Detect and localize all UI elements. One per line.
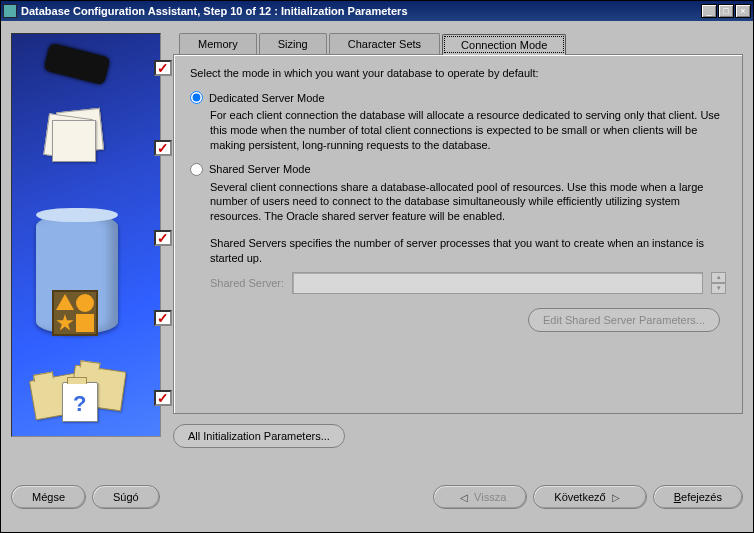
help-button[interactable]: Súgó xyxy=(92,485,160,509)
step-check-5 xyxy=(154,390,172,406)
dedicated-mode-option: Dedicated Server Mode For each client co… xyxy=(190,91,726,153)
all-params-row: All Initialization Parameters... xyxy=(173,424,743,448)
back-button[interactable]: ◁Vissza xyxy=(433,485,527,509)
spinner-up: ▴ xyxy=(711,272,726,283)
shared-desc: Several client connections share a datab… xyxy=(210,180,726,225)
shared-radio[interactable] xyxy=(190,163,203,176)
shared-label[interactable]: Shared Server Mode xyxy=(209,163,311,175)
maximize-button[interactable]: □ xyxy=(718,4,734,18)
step-check-3 xyxy=(154,230,172,246)
chevron-right-icon: ▷ xyxy=(612,492,620,503)
tab-bar: Memory Sizing Character Sets Connection … xyxy=(179,33,743,54)
close-button[interactable]: × xyxy=(735,4,751,18)
tab-connection-mode[interactable]: Connection Mode xyxy=(442,34,566,55)
shared-server-row: Shared Server: ▴ ▾ xyxy=(210,272,726,294)
chip-icon xyxy=(44,43,111,85)
step-check-1 xyxy=(154,60,172,76)
wizard-footer: Mégse Súgó ◁Vissza Következő▷ Befejezés xyxy=(1,479,753,519)
cancel-button[interactable]: Mégse xyxy=(11,485,86,509)
shared-server-input xyxy=(292,272,703,294)
content-area: Memory Sizing Character Sets Connection … xyxy=(1,21,753,479)
shared-mode-option: Shared Server Mode Several client connec… xyxy=(190,163,726,332)
next-button[interactable]: Következő▷ xyxy=(533,485,646,509)
edit-shared-params-button: Edit Shared Server Parameters... xyxy=(528,308,720,332)
window-controls: _ □ × xyxy=(701,4,751,18)
finish-button[interactable]: Befejezés xyxy=(653,485,743,509)
tab-panel: Select the mode in which you want your d… xyxy=(173,54,743,414)
window: Database Configuration Assistant, Step 1… xyxy=(0,0,754,533)
folders-icon xyxy=(32,364,128,428)
wizard-sidebar xyxy=(11,33,161,437)
step-check-4 xyxy=(154,310,172,326)
all-init-params-button[interactable]: All Initialization Parameters... xyxy=(173,424,345,448)
tab-sizing[interactable]: Sizing xyxy=(259,33,327,54)
tab-memory[interactable]: Memory xyxy=(179,33,257,54)
main-panel: Memory Sizing Character Sets Connection … xyxy=(173,33,743,479)
shared-server-spinner: ▴ ▾ xyxy=(711,272,726,294)
shapes-icon xyxy=(52,290,98,336)
dedicated-radio[interactable] xyxy=(190,91,203,104)
chevron-left-icon: ◁ xyxy=(460,492,468,503)
app-icon xyxy=(3,4,17,18)
papers-icon xyxy=(42,110,110,158)
step-check-2 xyxy=(154,140,172,156)
shared-server-label: Shared Server: xyxy=(210,277,284,289)
panel-intro: Select the mode in which you want your d… xyxy=(190,67,726,79)
window-title: Database Configuration Assistant, Step 1… xyxy=(21,5,701,17)
titlebar: Database Configuration Assistant, Step 1… xyxy=(1,1,753,21)
dedicated-label[interactable]: Dedicated Server Mode xyxy=(209,92,325,104)
spinner-down: ▾ xyxy=(711,283,726,294)
shared-note: Shared Servers specifies the number of s… xyxy=(210,236,726,266)
dedicated-desc: For each client connection the database … xyxy=(210,108,726,153)
tab-character-sets[interactable]: Character Sets xyxy=(329,33,440,54)
minimize-button[interactable]: _ xyxy=(701,4,717,18)
